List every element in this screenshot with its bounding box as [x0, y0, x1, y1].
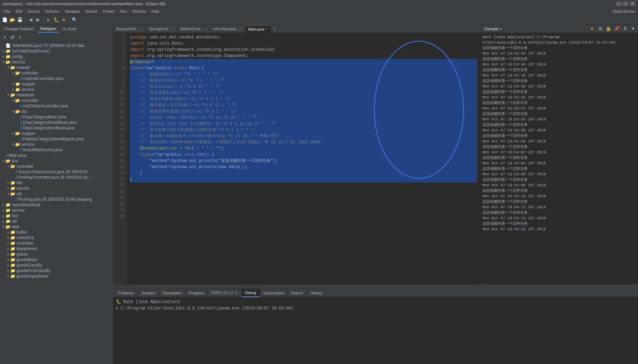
tree-item[interactable]: ▾📂mstedit — [0, 65, 113, 70]
tree-item[interactable]: ▾📂mstobtain — [0, 92, 113, 98]
menu-item-file[interactable]: File — [1, 8, 13, 15]
toolbar-back[interactable]: ◀ — [27, 16, 34, 23]
menu-item-run[interactable]: Run — [117, 8, 130, 15]
toolbar-open[interactable]: 📂 — [9, 16, 16, 23]
bottom-tab-svnリポジトリ[interactable]: SVNリポジトリ — [208, 289, 242, 297]
editor-hscrollbar[interactable] — [113, 284, 480, 289]
menu-item-refactor[interactable]: Refactor — [43, 8, 62, 15]
toolbar-forward[interactable]: ▶ — [35, 16, 42, 23]
menu-item-source[interactable]: Source — [25, 8, 43, 15]
tree-item[interactable]: ▸📁reportdownload — [0, 202, 113, 208]
console-scroll-lock-button[interactable]: 🔒 — [605, 25, 612, 32]
bottom-entry-1[interactable]: ▶C:\Program Files\Java\jdk1.8.0_144\bin\… — [116, 305, 635, 312]
left-tab-package-explorer[interactable]: Package Explorer — [1, 25, 37, 33]
tree-item[interactable]: ▸📁controller — [0, 240, 113, 246]
bottom-entry-0[interactable]: 🐛Back [Java Application] — [116, 298, 635, 305]
tree-item[interactable]: ▸📁mapper — [0, 81, 113, 87]
tab-close-button[interactable]: × — [141, 27, 143, 31]
bottom-tab-progress[interactable]: Progress — [185, 289, 208, 297]
tree-item[interactable]: JMain.java — [0, 153, 113, 158]
tree-item[interactable]: ▸📁util — [0, 219, 113, 224]
close-button[interactable]: ✕ — [630, 1, 635, 6]
editor-tab-mainjava[interactable]: Main.java× — [246, 25, 271, 33]
tree-item[interactable]: JDispCategoryBean.java — [0, 114, 113, 120]
bottom-tab-debug[interactable]: Debug — [242, 289, 260, 297]
tree-item[interactable]: ▸📁goods — [0, 251, 113, 257]
console-pin-button[interactable]: 📌 — [613, 25, 620, 32]
bottom-tab-expressions[interactable]: Expressions — [260, 289, 288, 297]
tree-item[interactable]: ▸📁buffer — [0, 230, 113, 235]
tree-item[interactable]: JDispCategoryItemBean.java — [0, 125, 113, 131]
menu-item-edit[interactable]: Edit — [13, 8, 25, 15]
tree-item[interactable]: ▸📁department — [0, 246, 113, 251]
tab-close-button[interactable]: × — [172, 27, 174, 31]
menu-item-window[interactable]: Window — [130, 8, 149, 15]
bottom-tab-javadoc[interactable]: Javadoc — [138, 289, 159, 297]
view-menu-button[interactable]: ▼ — [16, 34, 23, 40]
maximize-button[interactable]: □ — [623, 1, 628, 6]
bottom-tab-history[interactable]: History — [307, 289, 326, 297]
tree-item[interactable]: ▾📂controller — [0, 164, 113, 169]
tree-item[interactable]: ▸📁checkOut — [0, 235, 113, 240]
toolbar-run[interactable]: ▶ — [45, 16, 52, 23]
tree-item[interactable]: ▸📁service — [0, 208, 113, 213]
tab-close-button[interactable]: × — [205, 27, 207, 31]
tree-item[interactable]: ▾📂mapper — [0, 131, 113, 136]
left-tab-ju-junit[interactable]: Ju JUnit — [60, 25, 79, 33]
left-tab-navigator[interactable]: Navigator — [37, 25, 59, 33]
bottom-tab-declaration[interactable]: Declaration — [159, 289, 185, 297]
tree-item[interactable]: ▾📂necmst — [0, 59, 113, 65]
tree-item[interactable]: ▸📁goodsFirstClassify — [0, 268, 113, 273]
editor-tab-[interactable]: » — [271, 25, 279, 33]
console-clear-button[interactable]: 🗑 — [597, 25, 604, 32]
tree-item[interactable]: ▾📂util — [0, 191, 113, 197]
console-tab-console[interactable]: Console × — [482, 26, 504, 32]
tree-item[interactable]: ▸📁tool — [0, 213, 113, 219]
menu-item-help[interactable]: Help — [149, 8, 162, 15]
tree-item[interactable]: JDispCategoryDetailBean.java — [0, 120, 113, 125]
toolbar-stop[interactable]: ■ — [60, 16, 67, 23]
bottom-tab-search[interactable]: Search — [288, 289, 307, 297]
menu-item-search[interactable]: Search — [83, 8, 100, 15]
tree-item[interactable]: JAccessTokenControl.java 26 19/03/28 — [0, 169, 113, 175]
tree-item[interactable]: ▸📁goodsIngredients — [0, 273, 113, 279]
tree-item[interactable]: JmstEditController.java — [0, 76, 113, 81]
tree-item[interactable]: ▾📂dto — [0, 109, 113, 114]
tree-item[interactable]: ▾📂service — [0, 142, 113, 147]
editor-tab-weixincontr[interactable]: WeixinContr...× — [178, 25, 210, 33]
editor-tab-requestutil[interactable]: RequestUtil....× — [113, 25, 146, 33]
tree-item[interactable]: JmstObtainController.java — [0, 103, 113, 109]
console-maximize-button[interactable]: ⬆ — [622, 25, 628, 32]
tree-item[interactable]: ▾📂controller — [0, 98, 113, 103]
tree-item[interactable]: JDisplayCategoryItemMapper.java — [0, 136, 113, 142]
tree-item[interactable]: ▾📂pos — [0, 158, 113, 164]
collapse-all-button[interactable]: ⬆ — [1, 34, 8, 40]
menu-item-navigate[interactable]: Navigate — [62, 8, 82, 15]
console-viewmenu-button[interactable]: ▼ — [630, 25, 637, 32]
file-tree[interactable]: 📄TokenBatch.java 73 19/06/04 14:44 dali.… — [0, 42, 113, 364]
tab-close-button[interactable]: × — [266, 27, 268, 31]
menu-item-project[interactable]: Project — [100, 8, 117, 15]
tree-item[interactable]: JPosPay.java 26 19/03/28 16:48 peiqiang — [0, 197, 113, 202]
tree-item[interactable]: ▸📁dto — [0, 180, 113, 186]
minimize-button[interactable]: — — [616, 1, 622, 6]
link-with-editor-button[interactable]: 🔗 — [9, 34, 16, 40]
tab-close-button[interactable]: × — [240, 27, 242, 31]
toolbar-save[interactable]: 💾 — [16, 16, 23, 23]
tree-item[interactable]: JPosPayController.java 26 19/03/28 16:..… — [0, 175, 113, 180]
console-stop-button[interactable]: ■ — [589, 25, 595, 32]
tree-item[interactable]: ▸📁coCodePassBScanC — [0, 48, 113, 54]
tree-item[interactable]: ▸📁service — [0, 186, 113, 191]
tree-item[interactable]: ▸📁goodsClassify — [0, 262, 113, 268]
tree-item[interactable]: ▸📁config — [0, 54, 113, 59]
tree-item[interactable]: ▾📂web — [0, 224, 113, 230]
editor-tab-mhtzhdback[interactable]: mht-zhd-back...× — [210, 25, 246, 33]
tree-item[interactable]: ▸📁goodsBasic — [0, 257, 113, 262]
toolbar-search[interactable]: 🔍 — [71, 16, 78, 23]
console-hscrollbar[interactable] — [480, 284, 638, 289]
tree-item[interactable]: ▾📂controller — [0, 70, 113, 76]
code-editor[interactable]: package com.cnc.mht.necmst.mstobtain;imp… — [127, 33, 480, 284]
toolbar-debug[interactable]: 🐛 — [53, 16, 60, 23]
editor-tab-springjunit[interactable]: SpringJunit...× — [146, 25, 178, 33]
tree-item[interactable]: 📄TokenBatch.java 73 19/06/04 14:44 dali.… — [0, 43, 113, 48]
